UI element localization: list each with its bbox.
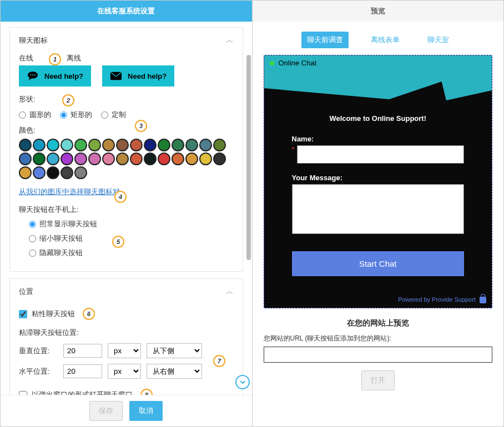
name-input[interactable] bbox=[297, 145, 464, 164]
url-field-label: 您网站的URL (聊天按钮应添加到您的网站): bbox=[264, 334, 493, 343]
horizontal-row: 水平位置: px 从右侧 7 bbox=[19, 364, 234, 379]
color-swatch[interactable] bbox=[130, 139, 143, 151]
start-chat-button[interactable]: Start Chat bbox=[292, 251, 465, 276]
marker-2: 2 bbox=[62, 94, 74, 106]
sticky-pos-label: 粘滞聊天按钮位置: bbox=[19, 328, 234, 338]
scrollbar[interactable] bbox=[246, 55, 251, 260]
settings-body: 聊天图标 ︿ 1 在线 离线 Need help? bbox=[1, 22, 252, 395]
color-swatch[interactable] bbox=[19, 166, 32, 179]
shape-radio-group: 圆形的 矩形的 定制 bbox=[19, 110, 234, 120]
horiz-value-input[interactable] bbox=[63, 364, 102, 378]
color-swatch[interactable] bbox=[199, 152, 212, 165]
vert-label: 垂直位置: bbox=[19, 346, 58, 356]
lock-icon bbox=[480, 297, 486, 303]
svg-point-3 bbox=[34, 74, 36, 75]
color-swatch[interactable] bbox=[130, 152, 143, 165]
preview-header: 预览 bbox=[253, 1, 504, 22]
color-swatch[interactable] bbox=[19, 139, 32, 151]
color-swatch[interactable] bbox=[172, 152, 184, 165]
color-swatch[interactable] bbox=[116, 139, 129, 151]
color-swatch[interactable] bbox=[213, 139, 226, 151]
horiz-unit-select[interactable]: px bbox=[108, 364, 141, 379]
shape-rect[interactable]: 矩形的 bbox=[60, 110, 92, 120]
color-swatch[interactable] bbox=[88, 152, 101, 165]
color-swatch[interactable] bbox=[47, 139, 59, 151]
shape-label: 形状: bbox=[19, 94, 234, 104]
site-url-input[interactable] bbox=[264, 347, 493, 363]
color-swatch[interactable] bbox=[185, 139, 198, 151]
color-swatch[interactable] bbox=[213, 152, 226, 165]
offline-label: 离线 bbox=[67, 53, 81, 63]
cancel-button[interactable]: 取消 bbox=[129, 401, 163, 421]
save-button[interactable]: 保存 bbox=[89, 401, 123, 421]
vert-side-select[interactable]: 从下侧 bbox=[147, 343, 202, 358]
app-root: 在线客服系统设置 聊天图标 ︿ 1 在线 离线 bbox=[0, 0, 504, 427]
vert-unit-select[interactable]: px bbox=[108, 343, 141, 358]
shape-custom[interactable]: 定制 bbox=[101, 110, 126, 120]
color-swatch[interactable] bbox=[199, 139, 212, 151]
name-field-label: Name: bbox=[292, 135, 465, 143]
mobile-hide[interactable]: 隐藏聊天按钮 bbox=[29, 248, 234, 258]
color-swatch[interactable] bbox=[74, 139, 87, 151]
color-swatch[interactable] bbox=[33, 166, 46, 179]
required-asterisk: * bbox=[292, 145, 295, 154]
color-swatch[interactable] bbox=[33, 139, 46, 151]
color-swatch[interactable] bbox=[144, 139, 157, 151]
color-swatch[interactable] bbox=[61, 166, 73, 179]
panel-chat-icon-title: 聊天图标 bbox=[19, 35, 48, 45]
panel-chat-icon: 聊天图标 ︿ 1 在线 离线 Need help? bbox=[9, 27, 243, 272]
color-swatch[interactable] bbox=[88, 139, 101, 151]
color-swatch[interactable] bbox=[47, 152, 59, 165]
tab-pre-chat[interactable]: 聊天前调查 bbox=[301, 32, 349, 48]
message-field-label: Your Message: bbox=[292, 174, 465, 182]
color-swatch[interactable] bbox=[33, 152, 46, 165]
marker-7: 7 bbox=[213, 355, 225, 367]
chat-header-title: Online Chat bbox=[279, 59, 317, 67]
color-swatch[interactable] bbox=[61, 139, 73, 151]
preview-column: 预览 聊天前调查 离线表单 聊天室 Online Chat Welcome to… bbox=[253, 1, 504, 426]
mobile-label: 聊天按钮在手机上: bbox=[19, 205, 234, 215]
marker-6: 6 bbox=[83, 308, 95, 320]
panel-chat-icon-header[interactable]: 聊天图标 ︿ bbox=[10, 28, 243, 51]
tab-chat-room[interactable]: 聊天室 bbox=[422, 32, 455, 48]
open-button[interactable]: 打开 bbox=[361, 370, 395, 390]
horiz-side-select[interactable]: 从右侧 bbox=[147, 364, 202, 379]
tab-offline-form[interactable]: 离线表单 bbox=[365, 32, 405, 48]
color-swatch[interactable] bbox=[158, 152, 170, 165]
color-swatch[interactable] bbox=[61, 152, 73, 165]
chat-header-bar: Online Chat bbox=[264, 55, 492, 70]
vertical-row: 垂直位置: px 从下侧 bbox=[19, 343, 234, 358]
color-swatch[interactable] bbox=[47, 166, 59, 179]
color-swatch[interactable] bbox=[19, 152, 32, 165]
color-swatch[interactable] bbox=[74, 166, 87, 179]
vert-value-input[interactable] bbox=[63, 344, 102, 358]
gallery-link[interactable]: 从我们的图库中选择聊天图标对 bbox=[19, 187, 120, 197]
sticky-checkbox[interactable] bbox=[19, 310, 27, 318]
message-textarea[interactable] bbox=[292, 184, 465, 234]
online-icon-button[interactable]: Need help? bbox=[19, 65, 91, 87]
color-swatch[interactable] bbox=[102, 152, 115, 165]
mobile-normal[interactable]: 照常显示聊天按钮 bbox=[29, 219, 234, 229]
mobile-shrink[interactable]: 缩小聊天按钮 bbox=[29, 233, 234, 243]
offline-icon-button[interactable]: Need help? bbox=[102, 65, 174, 87]
color-swatch[interactable] bbox=[102, 139, 115, 151]
color-swatch[interactable] bbox=[116, 152, 129, 165]
color-swatch[interactable] bbox=[144, 152, 157, 165]
online-icon-label: Need help? bbox=[44, 72, 83, 80]
powered-by-text: Powered by Provide Support bbox=[398, 296, 476, 303]
preview-tabs: 聊天前调查 离线表单 聊天室 bbox=[253, 22, 504, 55]
chat-welcome-text: Welcome to Online Support! bbox=[292, 114, 465, 123]
chat-footer: Powered by Provide Support bbox=[264, 293, 492, 308]
offline-icon-label: Need help? bbox=[128, 72, 167, 80]
color-swatch[interactable] bbox=[158, 139, 170, 151]
shape-round[interactable]: 圆形的 bbox=[19, 110, 51, 120]
popup-checkbox[interactable] bbox=[19, 391, 27, 395]
scroll-down-hint[interactable] bbox=[235, 375, 250, 389]
color-swatch[interactable] bbox=[172, 139, 184, 151]
panel-position-header[interactable]: 位置 ︿ bbox=[10, 279, 243, 302]
settings-column: 在线客服系统设置 聊天图标 ︿ 1 在线 离线 bbox=[1, 1, 253, 426]
color-swatch[interactable] bbox=[185, 152, 198, 165]
popup-label: 以弹出窗口的形式打开聊天窗口 bbox=[32, 390, 133, 395]
chat-hero-graphic bbox=[264, 70, 492, 101]
color-swatch[interactable] bbox=[74, 152, 87, 165]
